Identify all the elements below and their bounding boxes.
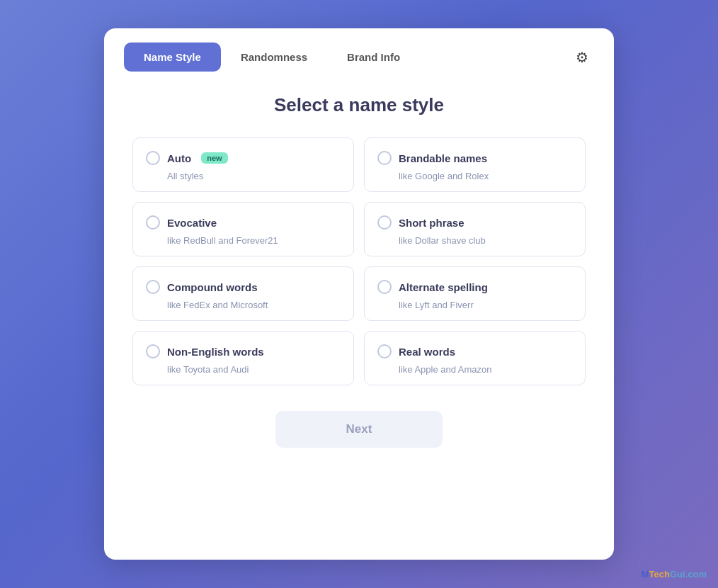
option-evocative-desc: like RedBull and Forever21	[167, 235, 341, 246]
option-real-words[interactable]: Real words like Apple and Amazon	[364, 331, 586, 385]
option-brandable-desc: like Google and Rolex	[399, 171, 572, 181]
option-alternate-spelling-title: Alternate spelling	[399, 281, 488, 293]
option-alternate-spelling-radio[interactable]	[377, 280, 392, 294]
option-compound-words-radio[interactable]	[146, 280, 160, 294]
option-compound-words-title: Compound words	[167, 281, 258, 293]
option-short-phrase-desc: like Dollar shave club	[399, 235, 572, 246]
option-brandable-radio[interactable]	[377, 151, 392, 165]
option-short-phrase-radio[interactable]	[377, 215, 392, 230]
option-evocative-title: Evocative	[167, 217, 217, 229]
option-auto-header: Auto new	[146, 151, 341, 165]
watermark: MTechGui.com	[642, 569, 707, 579]
option-brandable[interactable]: Brandable names like Google and Rolex	[364, 137, 586, 192]
option-auto-radio[interactable]	[146, 151, 160, 165]
main-card: Name Style Randomness Brand Info ⚙ Selec…	[104, 28, 614, 560]
watermark-tech: Tech	[649, 569, 670, 579]
option-auto[interactable]: Auto new All styles	[132, 137, 354, 192]
next-button[interactable]: Next	[275, 411, 443, 448]
watermark-gui: Gui.com	[670, 569, 707, 579]
option-auto-badge: new	[201, 152, 227, 164]
option-evocative-radio[interactable]	[146, 215, 160, 230]
option-alternate-spelling-desc: like Lyft and Fiverr	[399, 300, 572, 310]
option-compound-words-desc: like FedEx and Microsoft	[167, 300, 341, 310]
option-real-words-header: Real words	[377, 344, 572, 358]
next-area: Next	[132, 411, 586, 448]
option-real-words-radio[interactable]	[377, 344, 392, 358]
page-title: Select a name style	[132, 94, 586, 116]
option-real-words-title: Real words	[399, 346, 455, 358]
tab-name-style[interactable]: Name Style	[124, 43, 221, 72]
option-alternate-spelling-header: Alternate spelling	[377, 280, 572, 294]
option-brandable-title: Brandable names	[399, 152, 487, 164]
option-non-english-radio[interactable]	[146, 344, 160, 358]
tabs-bar: Name Style Randomness Brand Info ⚙	[104, 28, 614, 72]
option-short-phrase-header: Short phrase	[377, 215, 572, 230]
option-non-english-title: Non-English words	[167, 346, 264, 358]
options-grid: Auto new All styles Brandable names like…	[132, 137, 586, 385]
option-alternate-spelling[interactable]: Alternate spelling like Lyft and Fiverr	[364, 266, 586, 321]
tab-randomness[interactable]: Randomness	[221, 43, 327, 72]
option-non-english-desc: like Toyota and Audi	[167, 364, 341, 375]
tab-brand-info[interactable]: Brand Info	[327, 43, 420, 72]
option-real-words-desc: like Apple and Amazon	[399, 364, 572, 375]
watermark-m: M	[642, 569, 649, 579]
option-auto-desc: All styles	[167, 171, 341, 181]
option-brandable-header: Brandable names	[377, 151, 572, 165]
option-non-english[interactable]: Non-English words like Toyota and Audi	[132, 331, 354, 385]
option-compound-words[interactable]: Compound words like FedEx and Microsoft	[132, 266, 354, 321]
main-content: Select a name style Auto new All styles …	[104, 72, 614, 531]
option-auto-title: Auto	[167, 152, 191, 164]
option-short-phrase-title: Short phrase	[399, 217, 465, 229]
option-non-english-header: Non-English words	[146, 344, 341, 358]
option-short-phrase[interactable]: Short phrase like Dollar shave club	[364, 202, 586, 256]
option-evocative-header: Evocative	[146, 215, 341, 230]
option-compound-words-header: Compound words	[146, 280, 341, 294]
gear-icon[interactable]: ⚙	[570, 43, 594, 72]
option-evocative[interactable]: Evocative like RedBull and Forever21	[132, 202, 354, 256]
